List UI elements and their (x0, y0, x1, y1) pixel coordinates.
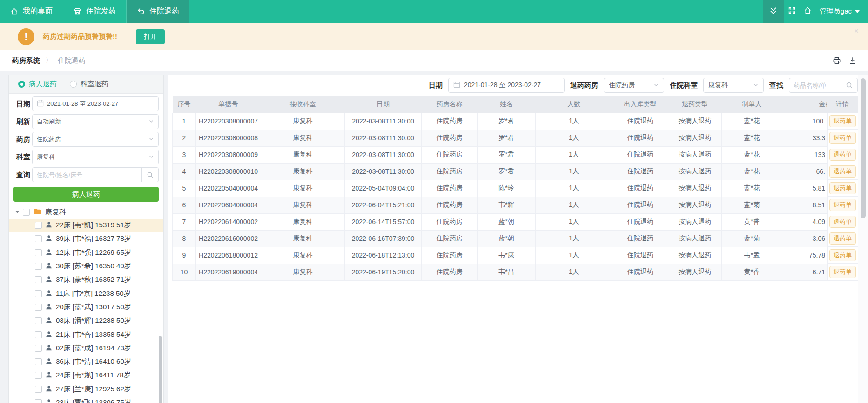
mode-dept-radio[interactable]: 科室退药 (70, 80, 108, 89)
cell-date: 2022-03-08T11:30:00 (345, 113, 422, 130)
patient-checkbox[interactable] (35, 331, 42, 338)
cell-name: 韦*辉 (478, 197, 536, 213)
patient-label: 11床 [韦*京] 12238 50岁 (56, 289, 131, 298)
query-input[interactable] (33, 171, 138, 178)
tab-my-desktop[interactable]: 我的桌面 (0, 0, 63, 23)
cell-pharmacy: 住院药房 (422, 163, 478, 180)
collapse-tabs-button[interactable] (763, 0, 784, 23)
date-range-picker[interactable]: 2021-01-28 至 2023-02-27 (448, 78, 565, 93)
patient-checkbox[interactable] (35, 290, 42, 297)
download-button[interactable] (848, 56, 857, 65)
fullscreen-button[interactable] (784, 0, 800, 23)
patient-checkbox[interactable] (35, 222, 42, 229)
cell-seq: 10 (173, 264, 196, 280)
page-scrollbar-thumb[interactable] (861, 78, 866, 218)
tree-department-node[interactable]: 康复科 (9, 205, 163, 219)
col-recv-dept: 接收科室 (261, 96, 345, 113)
patient-tree-item[interactable]: 24床 [韦*规] 16411 78岁 (9, 369, 163, 382)
return-slip-button[interactable]: 退药单 (829, 132, 856, 144)
home-button[interactable] (800, 0, 816, 23)
cell-recv-dept: 康复科 (261, 180, 345, 197)
user-menu[interactable]: 管理员gac (816, 0, 868, 23)
chevron-down-icon (653, 82, 659, 89)
print-button[interactable] (833, 56, 841, 65)
patient-tree-item[interactable]: 03床 [潘*辉] 12288 50岁 (9, 314, 163, 328)
inpatient-dept-select[interactable]: 康复科 (703, 78, 764, 93)
navbar-spacer (189, 0, 763, 23)
patient-tree-item[interactable]: 12床 [韦*强] 12269 65岁 (9, 246, 163, 260)
tree-scrollbar-thumb[interactable] (159, 336, 162, 403)
patient-tree-item[interactable]: 02床 [蓝*成] 16194 73岁 (9, 342, 163, 355)
breadcrumb-root[interactable]: 药房系统 (12, 56, 40, 65)
patient-checkbox[interactable] (35, 358, 42, 365)
content-area: 病人退药 科室退药 日期 2021-01-28 至 2023-02-27 刷新 (0, 71, 868, 403)
drug-search-input[interactable] (789, 82, 837, 89)
close-icon[interactable]: × (854, 27, 859, 36)
main-panel: 日期 2021-01-28 至 2023-02-27 退药药房 住院药房 住院科… (168, 75, 868, 403)
tab-inpatient-return[interactable]: 住院退药 (127, 0, 189, 23)
return-slip-button[interactable]: 退药单 (829, 232, 856, 245)
mode-patient-radio[interactable]: 病人退药 (18, 80, 57, 89)
person-icon (46, 385, 52, 393)
patient-tree-item[interactable]: 39床 [韦*福] 16327 78岁 (9, 232, 163, 246)
return-slip-button[interactable]: 退药单 (829, 115, 856, 127)
return-slip-button[interactable]: 退药单 (829, 249, 856, 261)
patient-checkbox[interactable] (35, 386, 42, 393)
return-slip-button[interactable]: 退药单 (829, 216, 856, 228)
return-slip-button[interactable]: 退药单 (829, 266, 856, 278)
patient-checkbox[interactable] (35, 249, 42, 256)
patient-tree-item[interactable]: 37床 [蒙*秋] 16352 71岁 (9, 273, 163, 287)
return-slip-button[interactable]: 退药单 (829, 199, 856, 211)
patient-tree-item[interactable]: 27床 [兰*庚] 12925 62岁 (9, 383, 163, 396)
patient-checkbox[interactable] (35, 372, 42, 379)
tree-expand-caret-icon[interactable] (15, 211, 19, 213)
patient-label: 20床 [蓝*武] 13017 50岁 (56, 303, 131, 312)
cell-seq: 5 (173, 180, 196, 197)
table-row: 3 H220220308000009 康复科 2022-03-08T11:30:… (173, 146, 858, 163)
patient-tree-item[interactable]: 21床 [韦*合] 13358 54岁 (9, 328, 163, 341)
patient-return-button[interactable]: 病人退药 (13, 187, 159, 202)
col-seq: 序号 (173, 96, 196, 113)
cell-name: 蓝*朝 (478, 213, 536, 230)
patient-tree-item[interactable]: 20床 [蓝*武] 13017 50岁 (9, 301, 163, 314)
open-warning-button[interactable]: 打开 (136, 29, 165, 44)
return-slip-button[interactable]: 退药单 (829, 165, 856, 178)
patient-checkbox[interactable] (35, 399, 42, 403)
cell-date: 2022-05-04T09:04:00 (345, 180, 422, 197)
date-label: 日期 (429, 81, 443, 90)
person-icon (46, 344, 52, 352)
patient-checkbox[interactable] (35, 235, 42, 242)
cell-recv-dept: 康复科 (261, 130, 345, 146)
patient-tree-item[interactable]: 30床 [苏*希] 16350 49岁 (9, 260, 163, 273)
return-pharmacy-select[interactable]: 住院药房 (604, 78, 664, 93)
patient-label: 22床 [韦*凯] 15319 51岁 (56, 221, 131, 230)
patient-checkbox[interactable] (35, 276, 42, 283)
patient-checkbox[interactable] (35, 317, 42, 324)
patient-tree-item[interactable]: 11床 [韦*京] 12238 50岁 (9, 287, 163, 300)
return-slip-button[interactable]: 退药单 (829, 182, 856, 194)
dept-select[interactable]: 康复科 (32, 150, 159, 164)
return-slip-button[interactable]: 退药单 (829, 149, 856, 161)
user-name: 管理员gac (820, 7, 852, 16)
refresh-select[interactable]: 自动刷新 (32, 114, 159, 129)
patient-tree-item[interactable]: 36床 [韦*清] 16410 60岁 (9, 355, 163, 369)
cell-name: 韦*康 (478, 247, 536, 264)
patient-checkbox[interactable] (35, 304, 42, 311)
cell-seq: 4 (173, 163, 196, 180)
patient-checkbox[interactable] (35, 263, 42, 270)
breadcrumb: 药房系统 〉 住院退药 (0, 50, 868, 71)
date-range-value: 2021-01-28 至 2023-02-27 (464, 81, 541, 89)
pharmacy-select[interactable]: 住院药房 (32, 132, 159, 147)
department-checkbox[interactable] (23, 209, 30, 216)
search-button[interactable] (141, 168, 158, 182)
search-button[interactable] (841, 78, 857, 92)
patient-checkbox[interactable] (35, 345, 42, 352)
tab-inpatient-dispense[interactable]: 住院发药 (63, 0, 127, 23)
date-range-picker[interactable]: 2021-01-28 至 2023-02-27 (32, 96, 159, 111)
cell-seq: 6 (173, 197, 196, 213)
patient-tree-item[interactable]: 23床 [覃*飞] 13306 75岁 (9, 396, 163, 403)
search-label: 查找 (769, 81, 783, 90)
patient-tree-item[interactable]: 22床 [韦*凯] 15319 51岁 (9, 219, 163, 232)
query-label: 查询 (13, 171, 32, 179)
cell-count: 1人 (536, 197, 612, 213)
